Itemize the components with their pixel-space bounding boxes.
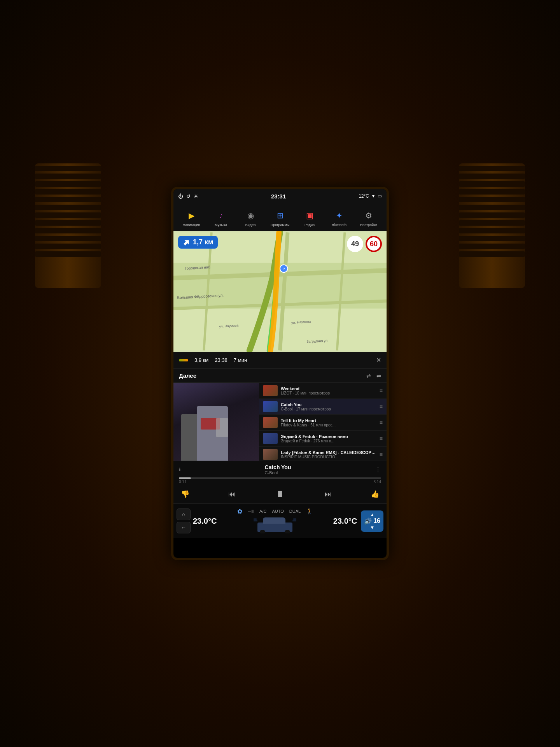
thumbs-up-button[interactable]: 👍 <box>369 488 381 500</box>
climate-seat-icon[interactable]: 🚶 <box>306 508 313 514</box>
progress-bar-bg[interactable] <box>179 477 381 479</box>
map-close-button[interactable]: ✕ <box>376 356 381 364</box>
nav-label-video: Видео <box>245 223 256 227</box>
next-button[interactable]: ⏭ <box>322 488 334 500</box>
playlist-item[interactable]: Catch You C-Bool · 17 млн просмотров ≡ <box>259 399 387 415</box>
playlist-menu-1[interactable]: ≡ <box>380 388 383 394</box>
volume-speaker-icon: 🔊 <box>364 517 372 525</box>
ac-flow-right <box>293 519 296 519</box>
climate-temp-left-section: 23.0°C <box>193 507 217 535</box>
playlist-info-4: Элджей & Feduk · Розовое вино Элджей и F… <box>281 434 376 443</box>
fan-icon[interactable]: ✿ <box>237 508 242 515</box>
video-icon: ◉ <box>244 209 257 222</box>
playlist-thumb-2 <box>263 401 278 412</box>
playlist-title-3: Tell It to My Heart <box>281 418 376 423</box>
map-section[interactable]: Городская наб. Большая Фёдоровская ул. у… <box>173 231 387 352</box>
climate-center-controls: ✿ —||| A/C AUTO DUAL 🚶 <box>219 507 331 535</box>
repeat-icon[interactable]: ⇄ <box>366 373 371 379</box>
climate-nav-buttons: ⌂ ← <box>177 507 191 535</box>
playlist-info-2: Catch You C-Bool · 17 млн просмотров <box>281 402 376 411</box>
navigation-icon: ▶ <box>185 209 198 222</box>
back-button[interactable]: ← <box>177 522 191 533</box>
thumbs-down-button[interactable]: 👎 <box>179 488 191 500</box>
playlist-artist-1: LIZOT · 10 млн просмотров <box>281 391 376 395</box>
player-info-icon[interactable]: ℹ <box>179 467 181 472</box>
climate-dual-label[interactable]: DUAL <box>289 509 301 514</box>
nav-item-navigation[interactable]: ▶ Навигация <box>177 209 206 227</box>
svg-text:P: P <box>283 267 285 271</box>
dashboard: ⏻ ↺ ☀ 23:31 12°C ▾ ▭ ▶ Навигация ♪ Музык… <box>0 0 560 747</box>
status-time: 23:31 <box>271 193 286 200</box>
climate-temp-left: 23.0°C <box>193 517 217 526</box>
playlist-menu-3[interactable]: ≡ <box>380 419 383 426</box>
music-thumbnail[interactable] <box>173 383 259 461</box>
main-screen: ⏻ ↺ ☀ 23:31 12°C ▾ ▭ ▶ Навигация ♪ Музык… <box>171 187 389 560</box>
progress-bar-container[interactable]: 0:11 3:14 <box>179 477 381 484</box>
playlist-item[interactable]: Элджей & Feduk · Розовое вино Элджей и F… <box>259 431 387 447</box>
playlist-artist-2: C-Bool · 17 млн просмотров <box>281 407 376 411</box>
map-eta-distance: 3,9 км <box>194 357 208 363</box>
player-more-button[interactable]: ⋮ <box>375 466 381 473</box>
bluetooth-icon: ✦ <box>332 209 346 222</box>
nav-item-settings[interactable]: ⚙ Настройки <box>354 209 383 227</box>
map-eta-minutes: 7 мин <box>234 357 247 363</box>
route-distance: 1,7 км <box>193 238 213 246</box>
playlist-item[interactable]: Weekend LIZOT · 10 млн просмотров ≡ <box>259 383 387 399</box>
nav-item-bluetooth[interactable]: ✦ Bluetooth <box>324 209 354 227</box>
previous-button[interactable]: ⏮ <box>226 488 238 500</box>
nav-label-bluetooth: Bluetooth <box>332 223 346 227</box>
nav-icons: ▶ Навигация ♪ Музыка ◉ Видео ⊞ Программы… <box>173 203 387 231</box>
brightness-icon[interactable]: ☀ <box>194 193 198 199</box>
status-right: 12°C ▾ ▭ <box>359 193 382 199</box>
playlist-item[interactable]: Lady [Filatov & Karas RMX] - CALEIDESCOP… <box>259 447 387 461</box>
home-button[interactable]: ⌂ <box>177 509 191 520</box>
playlist-thumb-3 <box>263 417 278 428</box>
nav-label-radio: Радио <box>304 223 315 227</box>
playlist-title-2: Catch You <box>281 402 376 407</box>
climate-ac-label[interactable]: A/C <box>259 509 266 514</box>
car-wheel-rear <box>285 530 290 533</box>
music-section-header: Далее ⇄ ⇌ <box>173 369 387 383</box>
progress-bar-fill <box>179 477 191 479</box>
pause-button[interactable]: ⏸ <box>272 486 288 502</box>
playlist-menu-4[interactable]: ≡ <box>380 435 383 442</box>
music-playlist[interactable]: Weekend LIZOT · 10 млн просмотров ≡ Catc… <box>259 383 387 461</box>
nav-item-video[interactable]: ◉ Видео <box>236 209 265 227</box>
map-info-bar: 3,9 км 23:38 7 мин ✕ <box>173 352 387 369</box>
time-current: 0:11 <box>179 480 186 484</box>
time-total: 3:14 <box>374 480 381 484</box>
car-body <box>257 523 292 532</box>
nav-item-radio[interactable]: ▣ Радио <box>295 209 324 227</box>
playlist-menu-2[interactable]: ≡ <box>380 403 383 410</box>
battery-icon: ▭ <box>378 193 382 199</box>
playlist-menu-5[interactable]: ≡ <box>380 451 383 458</box>
ac-flow-right-2 <box>292 521 296 521</box>
volume-up-button[interactable]: ▲ <box>370 512 374 517</box>
map-eta-time: 23:38 <box>215 357 228 363</box>
nav-bar: ▶ Навигация ♪ Музыка ◉ Видео ⊞ Программы… <box>173 203 387 231</box>
status-bar: ⏻ ↺ ☀ 23:31 12°C ▾ ▭ <box>173 189 387 203</box>
apps-icon: ⊞ <box>273 209 287 222</box>
refresh-icon[interactable]: ↺ <box>186 193 191 199</box>
playlist-item[interactable]: Tell It to My Heart Filatov & Karas · 51… <box>259 415 387 431</box>
eta-progress-dot <box>179 359 188 361</box>
shuffle-icon[interactable]: ⇌ <box>376 373 381 379</box>
nav-item-apps[interactable]: ⊞ Программы <box>265 209 295 227</box>
nav-label-navigation: Навигация <box>183 223 200 227</box>
player-song-info: Catch You C-Bool <box>265 464 291 475</box>
speed-box: 49 60 <box>347 236 382 252</box>
climate-auto-label[interactable]: AUTO <box>272 509 284 514</box>
volume-down-button[interactable]: ▼ <box>370 525 374 530</box>
climate-car-display <box>254 517 296 534</box>
video-thumbnail-scene <box>173 383 259 461</box>
nav-item-music[interactable]: ♪ Музыка <box>206 209 236 227</box>
progress-times: 0:11 3:14 <box>179 480 381 484</box>
player-controls: ℹ Catch You C-Bool ⋮ 0:11 3:14 👎 ⏮ <box>173 461 387 503</box>
climate-top-row: ✿ —||| A/C AUTO DUAL 🚶 <box>237 508 313 515</box>
playlist-title-5: Lady [Filatov & Karas RMX] - CALEIDESCOP… <box>281 450 376 455</box>
power-icon[interactable]: ⏻ <box>178 193 183 199</box>
player-song-title: Catch You <box>265 464 291 470</box>
volume-value: 16 <box>373 517 380 524</box>
playlist-title-1: Weekend <box>281 386 376 391</box>
radio-icon: ▣ <box>303 209 316 222</box>
